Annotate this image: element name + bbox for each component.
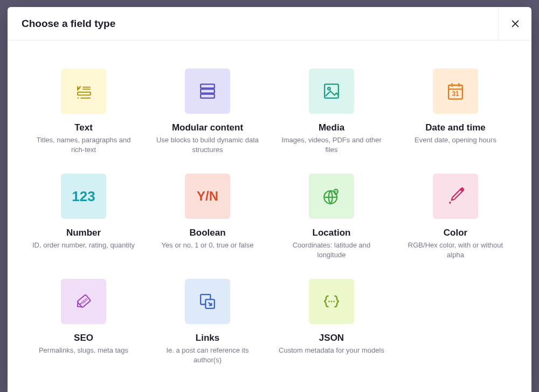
- field-option-location[interactable]: Location Coordinates: latitude and longi…: [275, 171, 388, 262]
- field-desc: Images, videos, PDFs and other files: [278, 135, 385, 154]
- field-option-links[interactable]: Links Ie. a post can reference its autho…: [151, 277, 264, 367]
- svg-point-10: [328, 87, 330, 90]
- field-option-modular-content[interactable]: Modular content Use blocks to build dyna…: [151, 66, 264, 156]
- field-desc: Event date, opening hours: [414, 135, 496, 145]
- field-desc: Use blocks to build dynamic data structu…: [154, 135, 261, 154]
- svg-point-26: [331, 301, 333, 302]
- svg-text:31: 31: [452, 90, 459, 98]
- field-title: Boolean: [189, 228, 225, 238]
- field-title: Number: [66, 228, 101, 238]
- field-option-boolean[interactable]: Y/N Boolean Yes or no, 1 or 0, true or f…: [151, 171, 264, 262]
- svg-point-4: [78, 98, 79, 99]
- field-desc: Coordinates: latitude and longitude: [278, 240, 385, 259]
- link-icon: [185, 279, 230, 324]
- svg-rect-7: [201, 89, 215, 93]
- svg-point-19: [449, 202, 451, 204]
- field-desc: RGB/Hex color, with or without alpha: [402, 240, 509, 259]
- field-option-number[interactable]: 123 Number ID, order number, rating, qua…: [27, 171, 140, 262]
- image-icon: [309, 68, 354, 114]
- calendar-icon: 31: [433, 68, 478, 114]
- close-button[interactable]: [498, 7, 531, 40]
- field-desc: Custom metadata for your models: [279, 346, 384, 355]
- tag-icon: SEO: [61, 279, 106, 324]
- field-type-modal: Choose a field type: [8, 7, 531, 392]
- field-option-json[interactable]: JSON Custom metadata for your models: [275, 277, 388, 367]
- svg-rect-8: [201, 94, 215, 98]
- field-title: Modular content: [172, 122, 243, 133]
- field-title: Links: [196, 333, 219, 343]
- field-title: JSON: [319, 333, 344, 343]
- svg-point-27: [333, 301, 335, 302]
- number-icon: 123: [61, 174, 106, 219]
- svg-point-25: [328, 301, 330, 302]
- field-desc: ID, order number, rating, quantity: [32, 240, 135, 250]
- field-option-date-time[interactable]: 31 Date and time Event date, opening hou…: [399, 66, 512, 156]
- field-option-seo[interactable]: SEO SEO Permalinks, slugs, meta tags: [27, 277, 140, 367]
- modal-header: Choose a field type: [8, 7, 531, 40]
- json-icon: [309, 279, 354, 324]
- svg-rect-3: [78, 92, 91, 95]
- field-title: Location: [313, 228, 351, 238]
- field-desc: Permalinks, slugs, meta tags: [39, 346, 128, 355]
- globe-icon: [309, 174, 354, 219]
- field-title: Text: [74, 122, 93, 133]
- field-title: Media: [319, 122, 344, 133]
- modal-title: Choose a field type: [8, 7, 498, 40]
- field-title: SEO: [74, 333, 93, 343]
- field-desc: Titles, names, paragraphs and rich-text: [30, 135, 137, 154]
- field-option-color[interactable]: Color RGB/Hex color, with or without alp…: [399, 171, 512, 262]
- svg-rect-6: [201, 84, 215, 88]
- field-title: Date and time: [425, 122, 485, 133]
- field-type-grid: Text Titles, names, paragraphs and rich-…: [27, 66, 512, 367]
- modal-body: Text Titles, names, paragraphs and rich-…: [8, 40, 531, 392]
- text-icon: [61, 68, 106, 114]
- close-icon: [510, 18, 521, 29]
- svg-rect-9: [324, 84, 338, 98]
- field-desc: Ie. a post can reference its author(s): [154, 346, 261, 365]
- blocks-icon: [185, 68, 230, 114]
- field-title: Color: [444, 228, 467, 238]
- field-option-media[interactable]: Media Images, videos, PDFs and other fil…: [275, 66, 388, 156]
- field-desc: Yes or no, 1 or 0, true or false: [162, 240, 254, 250]
- boolean-icon: Y/N: [185, 174, 230, 219]
- svg-point-18: [335, 191, 336, 192]
- eyedropper-icon: [433, 174, 478, 219]
- field-option-text[interactable]: Text Titles, names, paragraphs and rich-…: [27, 66, 140, 156]
